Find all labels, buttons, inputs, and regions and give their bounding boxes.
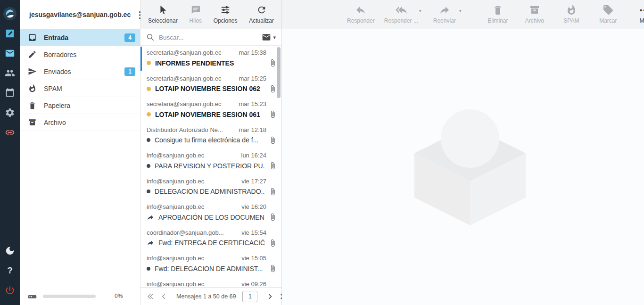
reply-all-icon xyxy=(396,4,407,16)
unread-dot-icon xyxy=(147,87,151,91)
message-sender: secretaria@sanjuan.gob.ec xyxy=(147,100,221,107)
message-subject: LOTAIP NOVIEMBRE SESION 062 xyxy=(155,85,264,92)
trash-icon xyxy=(492,4,504,16)
spam-button[interactable]: SPAM xyxy=(558,4,585,24)
message-view-pane: Responder Responder ... ▾ Reenviar xyxy=(282,0,644,305)
options-button[interactable]: Opciones xyxy=(214,4,238,24)
label-button[interactable]: Marcar xyxy=(594,4,622,24)
chat-icon xyxy=(190,4,201,16)
message-row[interactable]: info@sanjuan.gob.ecvie 17:27 DELEGACION … xyxy=(140,174,281,200)
cursor-icon xyxy=(157,4,168,16)
search-input[interactable] xyxy=(159,34,257,41)
rail-item-mail[interactable] xyxy=(3,46,17,60)
message-row[interactable]: info@sanjuan.gob.eclun 16:24 PARA REVISI… xyxy=(140,148,281,174)
message-sender: info@sanjuan.gob.ec xyxy=(147,203,204,210)
message-row[interactable]: info@sanjuan.gob.ecvie 09:26 xyxy=(140,277,281,288)
forward-dropdown-icon[interactable]: ▾ xyxy=(459,8,462,13)
rail-item-calendar[interactable] xyxy=(3,86,17,100)
message-row[interactable]: info@sanjuan.gob.ecvie 16:20 APROBACIÓN … xyxy=(140,200,281,226)
rail-item-dark-mode[interactable] xyxy=(3,244,17,258)
message-sender: info@sanjuan.gob.ec xyxy=(147,152,204,159)
read-dot-icon xyxy=(147,190,150,193)
message-sender: Distribuidor Autorizado Ne... xyxy=(147,126,223,133)
list-toolbar: Seleccionar Hilos Opciones xyxy=(140,0,281,29)
rail-item-help[interactable]: ? xyxy=(3,264,17,278)
forwarded-icon xyxy=(147,239,154,247)
reply-all-dropdown-icon[interactable]: ▾ xyxy=(419,8,421,13)
next-page-button[interactable] xyxy=(263,291,276,302)
quota-footer: 0% xyxy=(20,287,140,305)
folder-label: Entrada xyxy=(44,34,68,41)
select-button[interactable]: Seleccionar xyxy=(148,4,178,24)
search-scope-button[interactable]: ▾ xyxy=(262,33,276,42)
rail-item-settings[interactable] xyxy=(3,106,17,120)
calendar-icon xyxy=(5,88,15,98)
reply-all-button[interactable]: Responder ... xyxy=(384,4,418,24)
forward-button[interactable]: Reenviar xyxy=(431,4,458,24)
rail-item-contacts[interactable] xyxy=(3,66,17,80)
contacts-icon xyxy=(5,68,15,78)
message-row[interactable]: coordinador@sanjuan.gob...vie 15:54 Fwd:… xyxy=(140,226,281,252)
attachment-icon xyxy=(269,213,277,221)
message-row[interactable]: Distribuidor Autorizado Ne...mar 12:18 C… xyxy=(140,123,281,149)
envelope-icon xyxy=(262,33,271,42)
first-page-button[interactable] xyxy=(144,291,157,302)
scrollbar-thumb[interactable] xyxy=(277,47,281,98)
compose-icon xyxy=(5,28,15,39)
message-subject: INFORMES PENDIENTES xyxy=(155,59,264,67)
message-date: lun 16:24 xyxy=(241,152,267,159)
more-dots-icon: ••• xyxy=(640,4,644,16)
message-list-pane: Seleccionar Hilos Opciones xyxy=(140,0,282,305)
app-rail: ? xyxy=(0,0,20,305)
more-button[interactable]: ••• Más xyxy=(631,4,644,24)
forward-icon xyxy=(439,4,450,16)
forwarded-icon xyxy=(147,214,154,221)
message-sender: secretaria@sanjuan.gob.ec xyxy=(147,49,221,56)
message-subject: APROBACIÓN DE LOS DOCUMEN... xyxy=(158,214,264,221)
message-row[interactable]: secretaria@sanjuan.gob.ecmar 15:38 INFOR… xyxy=(140,46,281,72)
refresh-button[interactable]: Actualizar xyxy=(249,4,274,24)
power-icon xyxy=(5,285,15,296)
moon-icon xyxy=(5,246,15,256)
rail-item-logout[interactable] xyxy=(3,283,17,297)
message-row[interactable]: info@sanjuan.gob.ecvie 15:05 Fwd: DELEGA… xyxy=(140,251,281,277)
chevron-right-icon xyxy=(265,292,274,301)
rail-item-compose[interactable] xyxy=(3,26,17,41)
message-sender: coordinador@sanjuan.gob... xyxy=(147,229,224,236)
attachment-icon xyxy=(269,264,277,272)
pagination-label: Mensajes 1 a 50 de 69 xyxy=(176,293,236,300)
attachment-icon xyxy=(269,85,277,93)
folder-item-borradores[interactable]: Borradores xyxy=(20,46,140,63)
archive-button[interactable]: Archivo xyxy=(521,4,548,24)
prev-page-button[interactable] xyxy=(157,291,171,302)
send-icon xyxy=(28,67,37,76)
link-icon xyxy=(5,127,15,138)
message-subject: PARA REVISION Y POSTERIOR PU... xyxy=(155,162,264,170)
folder-item-archivo[interactable]: Archivo xyxy=(20,114,140,131)
search-row: ▾ xyxy=(140,29,281,46)
gear-icon xyxy=(5,107,15,118)
threads-button[interactable]: Hilos xyxy=(189,4,202,24)
message-date: mar 12:18 xyxy=(239,126,266,133)
delete-button[interactable]: Eliminar xyxy=(484,4,512,24)
message-row[interactable]: secretaria@sanjuan.gob.ecmar 15:25 LOTAI… xyxy=(140,72,281,98)
double-chevron-left-icon xyxy=(146,292,156,301)
rail-item-link[interactable] xyxy=(3,125,17,140)
folder-item-spam[interactable]: SPAM xyxy=(20,80,140,97)
folder-item-papelera[interactable]: Papelera xyxy=(20,97,140,114)
reply-button[interactable]: Responder xyxy=(347,4,375,24)
archive-icon xyxy=(28,118,37,127)
message-list: secretaria@sanjuan.gob.ecmar 15:38 INFOR… xyxy=(140,46,281,287)
folder-item-entrada[interactable]: Entrada 4 xyxy=(20,29,140,46)
folder-item-enviados[interactable]: Enviados 1 xyxy=(20,63,140,80)
app-logo[interactable] xyxy=(3,7,17,21)
folder-pane: jesusgavilanes@sanjuan.gob.ec ⋮ Entrada … xyxy=(20,0,140,305)
page-input[interactable] xyxy=(242,291,257,302)
message-row[interactable]: secretaria@sanjuan.gob.ecmar 15:23 LOTAI… xyxy=(140,97,281,123)
message-sender: secretaria@sanjuan.gob.ec xyxy=(147,75,221,82)
tune-icon xyxy=(220,4,231,16)
message-sender: info@sanjuan.gob.ec xyxy=(147,280,204,288)
pencil-icon xyxy=(28,50,37,59)
message-date: vie 16:20 xyxy=(241,203,266,210)
quota-percent: 0% xyxy=(115,293,123,299)
